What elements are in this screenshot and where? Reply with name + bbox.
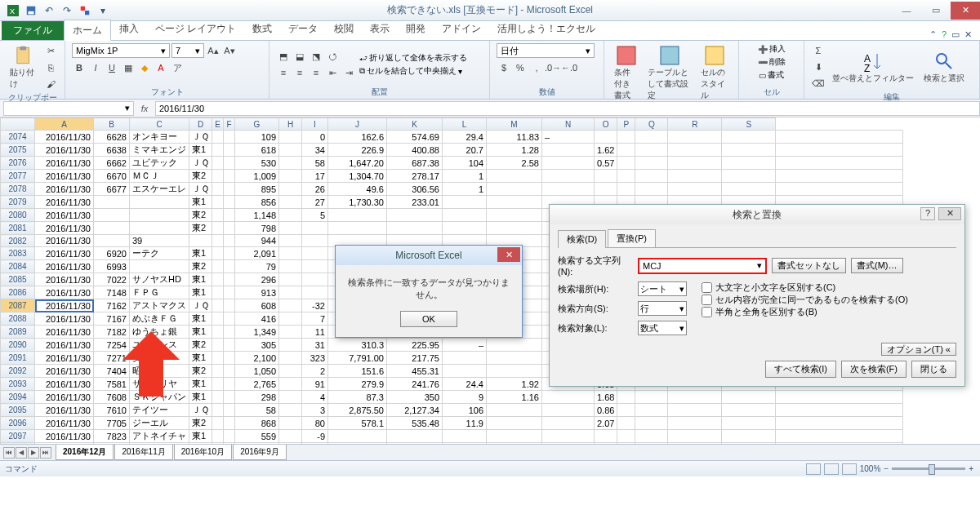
cell[interactable]: 11.9 <box>443 417 487 430</box>
row-header[interactable]: 2074 <box>1 131 35 144</box>
row-header[interactable]: 2084 <box>1 260 35 273</box>
cell[interactable]: 87.3 <box>328 391 387 404</box>
cell[interactable]: ジーエル <box>130 417 189 430</box>
cell[interactable]: 574.69 <box>387 131 443 144</box>
cell[interactable] <box>212 365 224 378</box>
cell[interactable] <box>722 404 776 417</box>
cell[interactable] <box>487 430 542 443</box>
cell[interactable] <box>212 352 224 365</box>
undo-icon[interactable]: ↶ <box>41 2 57 19</box>
cell[interactable]: 323 <box>302 352 328 365</box>
cell[interactable]: 1.16 <box>487 391 542 404</box>
cell[interactable] <box>302 235 328 247</box>
cell[interactable] <box>635 404 668 417</box>
bold-button[interactable]: B <box>72 60 87 75</box>
ribbon-options-icon[interactable]: ▭ <box>951 29 960 40</box>
cell[interactable]: 1.68 <box>595 391 617 404</box>
format-painter-icon[interactable]: 🖌 <box>43 77 58 91</box>
cell[interactable]: ーテク <box>130 247 189 260</box>
minimize-button[interactable]: — <box>892 2 921 20</box>
copy-icon[interactable]: ⎘ <box>43 60 58 75</box>
column-header-G[interactable]: G <box>235 118 279 131</box>
options-button[interactable]: オプション(T) « <box>881 343 956 356</box>
cell[interactable] <box>279 391 302 404</box>
cell[interactable]: 241.76 <box>387 378 443 391</box>
cell[interactable] <box>387 209 443 222</box>
cell[interactable]: 5,877.40 <box>328 443 387 445</box>
cell[interactable]: めぶきＦＧ <box>130 312 189 326</box>
cell[interactable]: 東1 <box>189 326 212 339</box>
align-middle-icon[interactable]: ⬓ <box>292 49 307 64</box>
cell[interactable] <box>635 131 668 144</box>
conditional-format-button[interactable]: 条件付き書式 <box>611 43 641 103</box>
cell[interactable]: 東1 <box>189 196 212 209</box>
cell[interactable] <box>224 196 235 209</box>
cell[interactable]: 1 <box>443 183 487 196</box>
cell[interactable]: 2016/11/30 <box>35 157 94 170</box>
cell[interactable]: 2,127.34 <box>387 404 443 417</box>
cell[interactable] <box>722 170 776 183</box>
cell[interactable]: 0.57 <box>595 157 617 170</box>
cell[interactable] <box>279 404 302 417</box>
cell[interactable] <box>212 299 224 312</box>
decrease-decimal-icon[interactable]: ←.0 <box>562 60 577 75</box>
table-row[interactable]: 20982016/11/307853フードプラ東11115,877.40335.… <box>1 443 903 445</box>
name-box[interactable]: ▾ <box>3 101 134 116</box>
sheet-tab-0[interactable]: 2016年12月 <box>56 445 114 460</box>
cell[interactable] <box>224 209 235 222</box>
cell[interactable] <box>212 247 224 260</box>
cell[interactable]: 7167 <box>94 312 130 326</box>
cell[interactable]: 東2 <box>189 365 212 378</box>
align-top-icon[interactable]: ⬒ <box>276 49 291 64</box>
cell[interactable] <box>595 183 617 196</box>
cell[interactable] <box>542 404 595 417</box>
cell[interactable]: 7148 <box>94 286 130 299</box>
cell[interactable] <box>224 443 235 445</box>
cell[interactable] <box>776 430 903 443</box>
cell[interactable]: 2016/11/30 <box>35 222 94 235</box>
cell[interactable]: 226.9 <box>328 144 387 157</box>
cell[interactable] <box>302 247 328 260</box>
cell[interactable] <box>94 235 130 247</box>
close-button[interactable]: ✕ <box>951 2 980 20</box>
cell[interactable]: 279.9 <box>328 378 387 391</box>
cell[interactable] <box>224 352 235 365</box>
cell[interactable]: アトネイチャ <box>130 430 189 443</box>
indent-dec-icon[interactable]: ⇤ <box>325 65 340 80</box>
cell[interactable]: 2016/11/30 <box>35 273 94 286</box>
cell[interactable] <box>279 352 302 365</box>
cell[interactable] <box>212 209 224 222</box>
page-break-view-icon[interactable] <box>842 463 857 475</box>
cell[interactable] <box>212 144 224 157</box>
cell[interactable]: ＪＱ <box>189 131 212 144</box>
ribbon-tab-6[interactable]: 表示 <box>362 19 398 40</box>
cell[interactable]: 1,304.70 <box>328 170 387 183</box>
cell[interactable]: 798 <box>235 222 279 235</box>
cell[interactable] <box>617 157 635 170</box>
cell[interactable]: 6920 <box>94 247 130 260</box>
formula-input[interactable]: 2016/11/30 <box>155 101 980 116</box>
cell[interactable] <box>722 144 776 157</box>
cell[interactable]: 東1 <box>189 391 212 404</box>
cell[interactable]: 6628 <box>94 131 130 144</box>
column-header-E[interactable]: E <box>212 118 224 131</box>
font-color-icon[interactable]: A <box>154 60 168 75</box>
shrink-font-icon[interactable]: A▾ <box>222 43 237 58</box>
cell[interactable]: 2.07 <box>595 417 617 430</box>
cell[interactable] <box>595 170 617 183</box>
cell[interactable] <box>224 404 235 417</box>
cell[interactable]: 29.4 <box>443 131 487 144</box>
cell[interactable] <box>212 443 224 445</box>
cell[interactable]: アストマクス <box>130 299 189 312</box>
row-header[interactable]: 2090 <box>1 339 35 352</box>
zoom-slider[interactable] <box>892 467 965 470</box>
clear-icon[interactable]: ⌫ <box>811 76 826 91</box>
align-right-icon[interactable]: ≡ <box>309 65 323 80</box>
cell[interactable]: 217.75 <box>387 352 443 365</box>
cell[interactable] <box>668 391 722 404</box>
cell[interactable]: 2.58 <box>487 157 542 170</box>
cell[interactable] <box>668 417 722 430</box>
cell[interactable] <box>487 365 542 378</box>
cell[interactable] <box>302 222 328 235</box>
cell[interactable] <box>668 131 722 144</box>
